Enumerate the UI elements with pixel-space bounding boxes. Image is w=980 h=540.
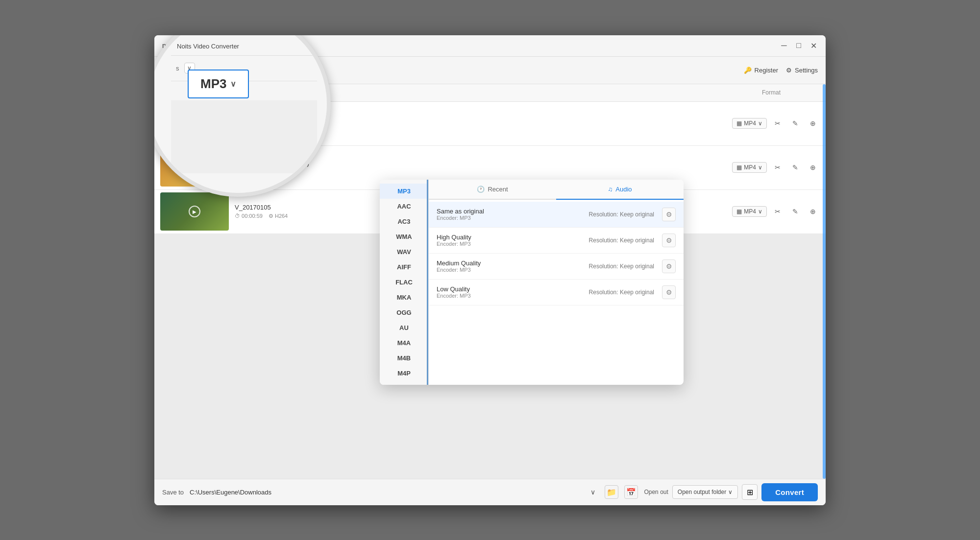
gear-icon: ⚙	[786, 67, 792, 74]
key-icon: 🔑	[744, 67, 752, 74]
list-item[interactable]: High Quality Encoder: MP3 Resolution: Ke…	[429, 228, 684, 254]
quality-gear-4[interactable]: ⚙	[662, 285, 676, 299]
video-info-2: Untitled-1080-_011019 (1) ⏱ 00:00:11 ⚙ H…	[235, 160, 726, 175]
settings-icon-3[interactable]: ⊕	[806, 205, 820, 218]
quality-info-3: Medium Quality Encoder: MP3	[437, 259, 589, 273]
list-item[interactable]: Low Quality Encoder: MP3 Resolution: Kee…	[429, 280, 684, 305]
music-icon: ♫	[608, 186, 613, 193]
refresh-button[interactable]: ↺	[162, 60, 182, 80]
format-sidebar-item-m4a[interactable]: M4A	[380, 335, 428, 351]
codec-1: ⚙ H264	[269, 125, 288, 131]
close-button[interactable]: ✕	[809, 41, 818, 50]
format-selector-3[interactable]: ▦ MP4 ∨	[732, 206, 767, 217]
thumbnail-1: ▶	[160, 104, 229, 142]
play-button-1[interactable]: ▶	[189, 117, 200, 129]
tab-recent[interactable]: 🕐 Recent	[429, 180, 556, 199]
settings-button[interactable]: ⚙ Settings	[786, 67, 818, 74]
format-sidebar-item-flac[interactable]: FLAC	[380, 275, 428, 290]
table-row: ▶ Untitled-1080-_011019 (1) ⏱ 00:00:07 ⚙…	[154, 102, 826, 146]
cut-icon-2[interactable]: ✂	[771, 161, 784, 174]
quality-encoder-3: Encoder: MP3	[437, 267, 589, 273]
convert-button[interactable]: Convert	[761, 483, 818, 501]
quality-encoder-4: Encoder: MP3	[437, 293, 589, 299]
play-button-3[interactable]: ▶	[189, 206, 200, 217]
quality-info-2: High Quality Encoder: MP3	[437, 234, 589, 247]
toolbar: ↺ ✓ 🔑 Register ⚙ Settings	[154, 57, 826, 84]
codec-2: ⚙ H264	[269, 169, 288, 175]
cut-icon-1[interactable]: ✂	[771, 117, 784, 130]
window-controls: ─ □ ✕	[780, 41, 818, 50]
format-sidebar-item-au[interactable]: AU	[380, 320, 428, 335]
format-sidebar-item-wav[interactable]: WAV	[380, 244, 428, 259]
tab-audio-label: Audio	[615, 186, 632, 193]
format-sidebar-item-m4p[interactable]: M4P	[380, 366, 428, 381]
quality-name-3: Medium Quality	[437, 259, 589, 267]
tab-audio[interactable]: ♫ Audio	[556, 180, 684, 200]
thumbnail-2: ▶	[160, 148, 229, 187]
format-sidebar-item-m4b[interactable]: M4B	[380, 351, 428, 366]
settings-icon-1[interactable]: ⊕	[806, 117, 820, 130]
quality-resolution-2: Resolution: Keep original	[589, 237, 654, 244]
format-sidebar-item-ogg[interactable]: OGG	[380, 305, 428, 320]
tab-recent-label: Recent	[488, 186, 508, 193]
dropdown-arrow-bottom[interactable]: ∨	[587, 486, 599, 498]
name-col-header: Name	[245, 89, 261, 96]
toolbar-right: 🔑 Register ⚙ Settings	[744, 67, 818, 74]
open-output-dropdown[interactable]: Open output folder ∨	[672, 485, 738, 499]
quality-gear-2[interactable]: ⚙	[662, 234, 676, 247]
quality-name-1: Same as original	[437, 208, 589, 215]
video-actions-3: ▦ MP4 ∨ ✂ ✎ ⊕	[732, 205, 820, 218]
settings-icon-2[interactable]: ⊕	[806, 161, 820, 174]
format-sidebar-item-wma[interactable]: WMA	[380, 229, 428, 244]
edit-icon-2[interactable]: ✎	[788, 161, 802, 174]
select-all-checkbox[interactable]	[160, 89, 168, 96]
scrollbar[interactable]	[823, 84, 826, 479]
format-label-2: MP4	[744, 164, 756, 171]
quality-encoder-2: Encoder: MP3	[437, 241, 589, 247]
thumb-overlay-3: ▶	[160, 192, 229, 231]
sidebar-scrollbar[interactable]	[427, 180, 428, 385]
duration-icon-2: ⏱ 00:00:11	[235, 169, 263, 175]
check-button[interactable]: ✓	[188, 60, 207, 80]
thumb-overlay-1: ▶	[160, 104, 229, 142]
video-actions-2: ▦ MP4 ∨ ✂ ✎ ⊕	[732, 161, 820, 174]
maximize-button[interactable]: □	[794, 41, 803, 50]
bottom-bar: Save to C:\Users\Eugene\Downloads ∨ 📁 📅 …	[154, 479, 826, 505]
grid-view-button[interactable]: ⊞	[742, 484, 758, 500]
dropdown-arrow-3: ∨	[758, 208, 762, 215]
format-sidebar-item-ac3[interactable]: AC3	[380, 214, 428, 229]
folder-icon-button[interactable]: 📁	[605, 485, 618, 499]
edit-icon-3[interactable]: ✎	[788, 205, 802, 218]
open-output-dropdown-arrow: ∨	[728, 489, 733, 495]
minimize-button[interactable]: ─	[780, 41, 788, 50]
quality-name-4: Low Quality	[437, 285, 589, 293]
format-selector-1[interactable]: ▦ MP4 ∨	[732, 118, 767, 129]
format-col-header: Format	[762, 89, 781, 96]
format-sidebar-item-mp3[interactable]: MP3	[380, 184, 428, 199]
grid-view-icon: ⊞	[747, 488, 753, 497]
format-sidebar-item-mka[interactable]: MKA	[380, 290, 428, 305]
cut-icon-3[interactable]: ✂	[771, 205, 784, 218]
dropdown-arrow-2: ∨	[758, 164, 762, 171]
quality-resolution-3: Resolution: Keep original	[589, 263, 654, 270]
check-icon: ✓	[194, 65, 201, 75]
format-panel: 🕐 Recent ♫ Audio Same as original Enco	[429, 180, 684, 385]
video-info-1: Untitled-1080-_011019 (1) ⏱ 00:00:07 ⚙ H…	[235, 116, 726, 131]
quality-name-2: High Quality	[437, 234, 589, 241]
format-selector-2[interactable]: ▦ MP4 ∨	[732, 162, 767, 173]
quality-list: Same as original Encoder: MP3 Resolution…	[429, 200, 684, 307]
calendar-icon-button[interactable]: 📅	[624, 485, 638, 499]
format-label-3: MP4	[744, 208, 756, 215]
list-item[interactable]: Medium Quality Encoder: MP3 Resolution: …	[429, 254, 684, 280]
format-sidebar-item-aac[interactable]: AAC	[380, 199, 428, 214]
format-sidebar-item-aiff[interactable]: AIFF	[380, 259, 428, 275]
edit-icon-1[interactable]: ✎	[788, 117, 802, 130]
quality-gear-3[interactable]: ⚙	[662, 259, 676, 273]
format-label-1: MP4	[744, 120, 756, 127]
list-item[interactable]: Same as original Encoder: MP3 Resolution…	[429, 202, 684, 228]
quality-gear-1[interactable]: ⚙	[662, 208, 676, 221]
register-button[interactable]: 🔑 Register	[744, 67, 778, 74]
video-actions-1: ▦ MP4 ∨ ✂ ✎ ⊕	[732, 117, 820, 130]
play-button-2[interactable]: ▶	[189, 162, 200, 173]
codec-3: ⚙ H264	[269, 213, 288, 219]
